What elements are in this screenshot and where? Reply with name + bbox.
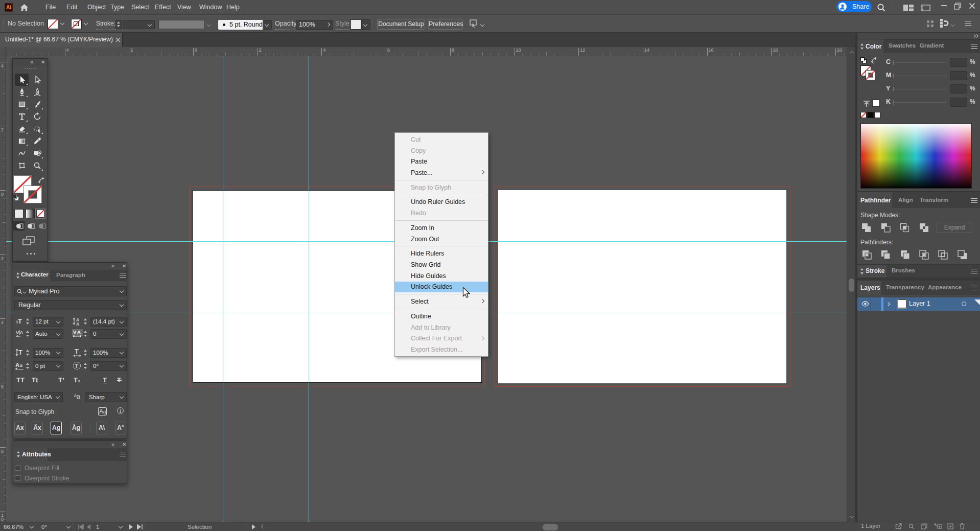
svg-text:V: V xyxy=(16,330,19,335)
svg-text:T: T xyxy=(75,348,79,355)
svg-text:T: T xyxy=(75,363,79,369)
svg-text:a: a xyxy=(20,363,23,368)
svg-text:T: T xyxy=(18,349,22,356)
svg-text:A: A xyxy=(77,329,81,335)
svg-text:V: V xyxy=(73,329,77,335)
svg-text:A: A xyxy=(15,362,19,368)
svg-text:A: A xyxy=(20,330,24,335)
svg-text:A: A xyxy=(76,321,79,326)
